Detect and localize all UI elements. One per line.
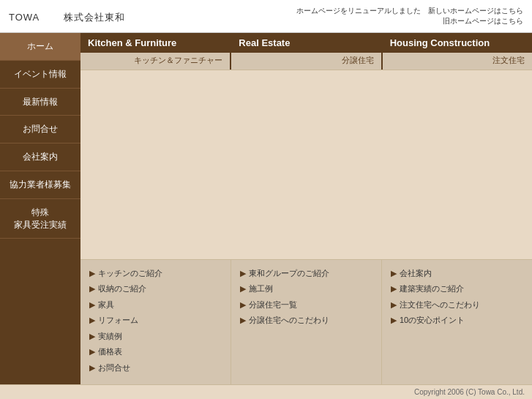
link-label[interactable]: 家具 bbox=[98, 299, 114, 311]
link-label[interactable]: 建築実績のご紹介 bbox=[400, 283, 464, 295]
arrow-icon: ▶ bbox=[240, 283, 246, 295]
list-item[interactable]: ▶ 収納のご紹介 bbox=[89, 283, 222, 295]
link-label[interactable]: リフォーム bbox=[98, 314, 138, 327]
list-item[interactable]: ▶ 分譲住宅へのこだわり bbox=[240, 314, 372, 327]
link-label[interactable]: 分譲住宅へのこだわり bbox=[249, 314, 329, 327]
list-item[interactable]: ▶ 家具 bbox=[89, 299, 222, 311]
list-item[interactable]: ▶ 実績例 bbox=[89, 330, 222, 343]
list-item[interactable]: ▶ キッチンのご紹介 bbox=[89, 267, 222, 280]
main-image-area bbox=[80, 70, 532, 259]
list-item[interactable]: ▶ 分譲住宅一覧 bbox=[240, 299, 372, 311]
list-item[interactable]: ▶ 10の安心ポイント bbox=[391, 314, 523, 327]
link-label[interactable]: 注文住宅へのこだわり bbox=[400, 299, 480, 311]
arrow-icon: ▶ bbox=[240, 299, 246, 311]
sidebar-item-company[interactable]: 会社案内 bbox=[0, 143, 80, 171]
sidebar: ホーム イベント情報 最新情報 お問合せ 会社案内 協力業者様募集 特殊家具受注… bbox=[0, 33, 80, 384]
arrow-icon: ▶ bbox=[89, 267, 95, 280]
list-item[interactable]: ▶ リフォーム bbox=[89, 314, 222, 327]
link-label[interactable]: 東和グループのご紹介 bbox=[249, 267, 329, 280]
arrow-icon: ▶ bbox=[391, 267, 397, 280]
tab-kitchen[interactable]: Kitchen & Furniture キッチン＆ファニチャー bbox=[80, 33, 231, 70]
copyright-text: Copyright 2006 (C) Towa Co., Ltd. bbox=[414, 388, 525, 396]
arrow-icon: ▶ bbox=[391, 299, 397, 311]
sidebar-item-contact[interactable]: お問合せ bbox=[0, 116, 80, 143]
link-label[interactable]: キッチンのご紹介 bbox=[98, 267, 162, 280]
header-link-line1[interactable]: ホームページをリニューアルしました 新しいホームページはこちら bbox=[296, 6, 523, 16]
arrow-icon: ▶ bbox=[89, 362, 95, 374]
link-label[interactable]: 10の安心ポイント bbox=[400, 314, 465, 327]
arrow-icon: ▶ bbox=[240, 267, 246, 280]
link-label[interactable]: 価格表 bbox=[98, 346, 122, 358]
logo-letters: TOWA bbox=[9, 12, 40, 23]
arrow-icon: ▶ bbox=[89, 283, 95, 295]
sidebar-item-special[interactable]: 特殊家具受注実績 bbox=[0, 199, 80, 239]
list-item[interactable]: ▶ お問合せ bbox=[89, 362, 222, 374]
arrow-icon: ▶ bbox=[89, 330, 95, 343]
tab-kitchen-subtitle: キッチン＆ファニチャー bbox=[80, 53, 230, 70]
sidebar-item-news[interactable]: 最新情報 bbox=[0, 89, 80, 116]
sidebar-item-events[interactable]: イベント情報 bbox=[0, 61, 80, 89]
page-header: TOWA 株式会社東和 ホームページをリニューアルしました 新しいホームページは… bbox=[0, 0, 532, 33]
arrow-icon: ▶ bbox=[89, 299, 95, 311]
bottom-links: ▶ キッチンのご紹介 ▶ 収納のご紹介 ▶ 家具 ▶ リフォーム bbox=[80, 259, 532, 385]
tab-realestate[interactable]: Real Estate 分譲住宅 bbox=[231, 33, 382, 70]
tab-realestate-subtitle: 分譲住宅 bbox=[231, 53, 381, 70]
link-column-realestate: ▶ 東和グループのご紹介 ▶ 施工例 ▶ 分譲住宅一覧 ▶ 分譲住宅へのこだわり bbox=[231, 260, 382, 385]
list-item[interactable]: ▶ 施工例 bbox=[240, 283, 372, 295]
sidebar-item-home[interactable]: ホーム bbox=[0, 33, 80, 61]
header-links: ホームページをリニューアルしました 新しいホームページはこちら 旧ホームページは… bbox=[296, 6, 523, 26]
link-label[interactable]: 収納のご紹介 bbox=[98, 283, 146, 295]
list-item[interactable]: ▶ 会社案内 bbox=[391, 267, 523, 280]
arrow-icon: ▶ bbox=[391, 283, 397, 295]
tab-housing-subtitle: 注文住宅 bbox=[383, 53, 532, 70]
tab-realestate-title: Real Estate bbox=[231, 33, 381, 53]
content-area: Kitchen & Furniture キッチン＆ファニチャー Real Est… bbox=[80, 33, 532, 384]
company-logo: TOWA 株式会社東和 bbox=[9, 9, 125, 24]
tab-housing[interactable]: Housing Construction 注文住宅 bbox=[383, 33, 532, 70]
link-label[interactable]: 施工例 bbox=[249, 283, 273, 295]
header-link-line2[interactable]: 旧ホームページはこちら bbox=[296, 16, 523, 26]
arrow-icon: ▶ bbox=[89, 314, 95, 327]
tab-housing-title: Housing Construction bbox=[383, 33, 532, 53]
sidebar-item-partners[interactable]: 協力業者様募集 bbox=[0, 171, 80, 199]
main-wrapper: ホーム イベント情報 最新情報 お問合せ 会社案内 協力業者様募集 特殊家具受注… bbox=[0, 33, 532, 384]
list-item[interactable]: ▶ 東和グループのご紹介 bbox=[240, 267, 372, 280]
list-item[interactable]: ▶ 建築実績のご紹介 bbox=[391, 283, 523, 295]
link-label[interactable]: 分譲住宅一覧 bbox=[249, 299, 297, 311]
arrow-icon: ▶ bbox=[240, 314, 246, 327]
list-item[interactable]: ▶ 価格表 bbox=[89, 346, 222, 358]
arrow-icon: ▶ bbox=[391, 314, 397, 327]
link-column-kitchen: ▶ キッチンのご紹介 ▶ 収納のご紹介 ▶ 家具 ▶ リフォーム bbox=[80, 260, 231, 385]
top-tabs: Kitchen & Furniture キッチン＆ファニチャー Real Est… bbox=[80, 33, 532, 70]
arrow-icon: ▶ bbox=[89, 346, 95, 358]
link-column-housing: ▶ 会社案内 ▶ 建築実績のご紹介 ▶ 注文住宅へのこだわり ▶ 10の安心ポイ… bbox=[382, 260, 532, 385]
logo-company: 株式会社東和 bbox=[64, 12, 125, 23]
tab-kitchen-title: Kitchen & Furniture bbox=[80, 33, 230, 53]
list-item[interactable]: ▶ 注文住宅へのこだわり bbox=[391, 299, 523, 311]
link-label[interactable]: 実績例 bbox=[98, 330, 122, 343]
link-label[interactable]: 会社案内 bbox=[400, 267, 432, 280]
link-label[interactable]: お問合せ bbox=[98, 362, 130, 374]
page-footer: Copyright 2006 (C) Towa Co., Ltd. bbox=[0, 384, 532, 399]
